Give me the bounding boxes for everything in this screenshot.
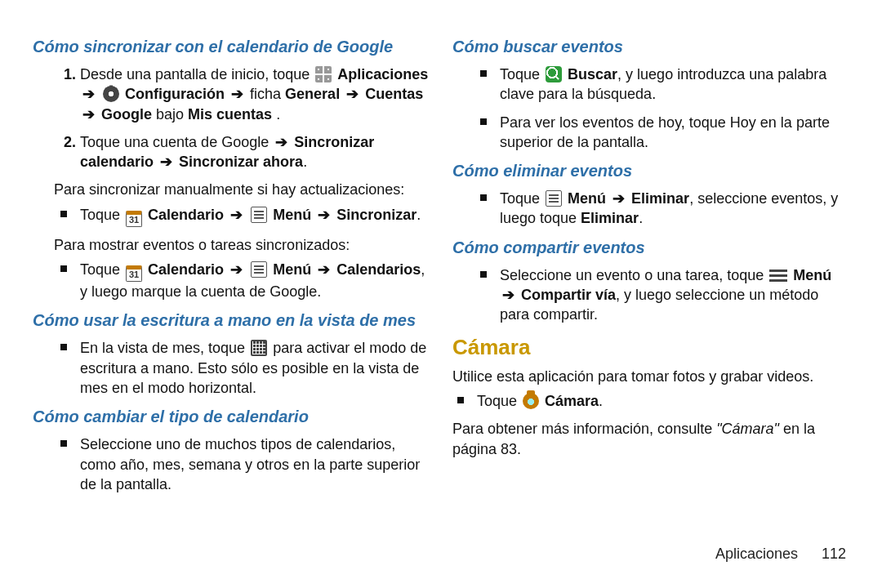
- list-item: Seleccione uno de muchos tipos de calend…: [80, 434, 430, 494]
- list-item: Toque Menú ➔ Eliminar, seleccione evento…: [500, 189, 849, 229]
- right-column: Cómo buscar eventos Toque Buscar, y lueg…: [452, 33, 849, 502]
- arrow-icon: ➔: [80, 86, 97, 102]
- text: .: [303, 154, 307, 170]
- label-buscar: Buscar: [568, 66, 617, 82]
- bullet-list: Toque Cámara.: [452, 391, 849, 411]
- text: Toque: [500, 190, 544, 207]
- label-mis-cuentas: Mis cuentas: [188, 106, 272, 122]
- step-2: Toque una cuenta de Google ➔ Sincronizar…: [80, 132, 430, 172]
- paragraph-camera-desc: Utilice esta aplicación para tomar fotos…: [452, 367, 849, 386]
- paragraph-show-events: Para mostrar eventos o tareas sincroniza…: [54, 235, 430, 255]
- text: Toque: [80, 261, 124, 278]
- text: Toque: [500, 66, 544, 82]
- text: Seleccione un evento o una tarea, toque: [500, 267, 768, 283]
- calendar-icon: 31: [126, 211, 142, 227]
- label-configuracion: Configuración: [125, 86, 225, 102]
- text: Toque una cuenta de Google: [80, 134, 273, 150]
- label-eliminar: Eliminar: [631, 190, 689, 207]
- list-item: Seleccione un evento o una tarea, toque …: [500, 265, 849, 325]
- bullet-list: Seleccione uno de muchos tipos de calend…: [33, 434, 430, 494]
- label-eliminar: Eliminar: [581, 210, 639, 226]
- list-item: Para ver los eventos de hoy, toque Hoy e…: [500, 113, 849, 153]
- footer-page-number: 112: [822, 546, 846, 562]
- gear-icon: [103, 86, 119, 102]
- text: .: [416, 207, 421, 223]
- text: Toque: [477, 393, 521, 409]
- menu-bars-icon: [769, 269, 787, 283]
- menu-icon: [546, 190, 562, 207]
- label-general: General: [285, 86, 340, 102]
- menu-icon: [251, 261, 267, 278]
- heading-share-events: Cómo compartir eventos: [452, 237, 849, 259]
- apps-grid-icon: [315, 66, 332, 82]
- bullet-list: Toque 31 Calendario ➔ Menú ➔ Calendarios…: [33, 260, 430, 301]
- text: bajo: [156, 106, 188, 122]
- list-item: En la vista de mes, toque para activar e…: [80, 338, 430, 398]
- text: .: [276, 106, 280, 122]
- arrow-icon: ➔: [228, 261, 245, 278]
- handwriting-grid-icon: [251, 340, 267, 356]
- bullet-list: Toque Menú ➔ Eliminar, seleccione evento…: [452, 189, 849, 229]
- list-item: Toque 31 Calendario ➔ Menú ➔ Sincronizar…: [80, 205, 430, 227]
- menu-icon: [251, 207, 267, 223]
- text: Desde una pantalla de inicio, toque: [80, 66, 314, 82]
- text: Para ver los eventos de hoy, toque Hoy e…: [500, 114, 830, 150]
- step-1: Desde una pantalla de inicio, toque Apli…: [80, 65, 430, 124]
- label-sync-now: Sincronizar ahora: [179, 154, 303, 170]
- arrow-icon: ➔: [229, 86, 246, 102]
- paragraph-manual-sync: Para sincronizar manualmente si hay actu…: [54, 180, 430, 199]
- heading-sync-google: Cómo sincronizar con el calendario de Go…: [33, 36, 430, 58]
- label-calendario: Calendario: [148, 261, 224, 278]
- label-menu: Menú: [793, 267, 831, 283]
- paragraph-camera-more: Para obtener más información, consulte "…: [452, 419, 849, 459]
- arrow-icon: ➔: [315, 261, 332, 278]
- text: Toque: [80, 207, 124, 223]
- text: En la vista de mes, toque: [80, 340, 249, 356]
- bullet-list: En la vista de mes, toque para activar e…: [33, 338, 430, 398]
- text: .: [599, 393, 603, 409]
- heading-change-calendar-type: Cómo cambiar el tipo de calendario: [33, 406, 430, 428]
- heading-search-events: Cómo buscar eventos: [452, 36, 849, 58]
- list-item: Toque Cámara.: [477, 391, 849, 411]
- label-calendarios: Calendarios: [336, 261, 421, 278]
- label-menu: Menú: [273, 261, 311, 278]
- list-item: Toque Buscar, y luego introduzca una pal…: [500, 65, 849, 105]
- heading-camara: Cámara: [452, 333, 849, 362]
- link-camara-page[interactable]: "Cámara": [716, 421, 779, 437]
- label-menu: Menú: [568, 190, 606, 207]
- text: .: [639, 210, 643, 226]
- text: Seleccione uno de muchos tipos de calend…: [80, 436, 420, 492]
- arrow-icon: ➔: [228, 207, 245, 223]
- camera-icon: [523, 393, 539, 409]
- label-compartir-via: Compartir vía: [521, 287, 616, 303]
- bullet-list: Toque 31 Calendario ➔ Menú ➔ Sincronizar…: [33, 205, 430, 227]
- arrow-icon: ➔: [273, 134, 290, 150]
- search-icon: [546, 66, 562, 82]
- heading-delete-events: Cómo eliminar eventos: [452, 160, 849, 182]
- left-column: Cómo sincronizar con el calendario de Go…: [33, 33, 430, 502]
- heading-handwriting: Cómo usar la escritura a mano en la vist…: [33, 310, 430, 332]
- arrow-icon: ➔: [158, 154, 175, 170]
- label-sincronizar: Sincronizar: [336, 207, 416, 223]
- list-item: Toque 31 Calendario ➔ Menú ➔ Calendarios…: [80, 260, 430, 301]
- arrow-icon: ➔: [610, 190, 627, 207]
- arrow-icon: ➔: [80, 106, 97, 122]
- footer-section: Aplicaciones: [715, 546, 798, 562]
- label-calendario: Calendario: [148, 207, 224, 223]
- arrow-icon: ➔: [315, 207, 332, 223]
- text: Para obtener más información, consulte: [452, 421, 716, 437]
- text: ficha: [250, 86, 285, 102]
- arrow-icon: ➔: [344, 86, 361, 102]
- label-camara: Cámara: [545, 393, 599, 409]
- bullet-list: Toque Buscar, y luego introduzca una pal…: [452, 65, 849, 152]
- label-aplicaciones: Aplicaciones: [337, 66, 428, 82]
- label-google: Google: [101, 106, 152, 122]
- label-menu: Menú: [273, 207, 311, 223]
- page-body: Cómo sincronizar con el calendario de Go…: [0, 0, 882, 502]
- arrow-icon: ➔: [500, 287, 517, 303]
- label-cuentas: Cuentas: [365, 86, 423, 102]
- page-footer: Aplicaciones 112: [715, 544, 846, 564]
- numbered-steps: Desde una pantalla de inicio, toque Apli…: [33, 65, 430, 172]
- calendar-icon: 31: [126, 265, 142, 282]
- bullet-list: Seleccione un evento o una tarea, toque …: [452, 265, 849, 325]
